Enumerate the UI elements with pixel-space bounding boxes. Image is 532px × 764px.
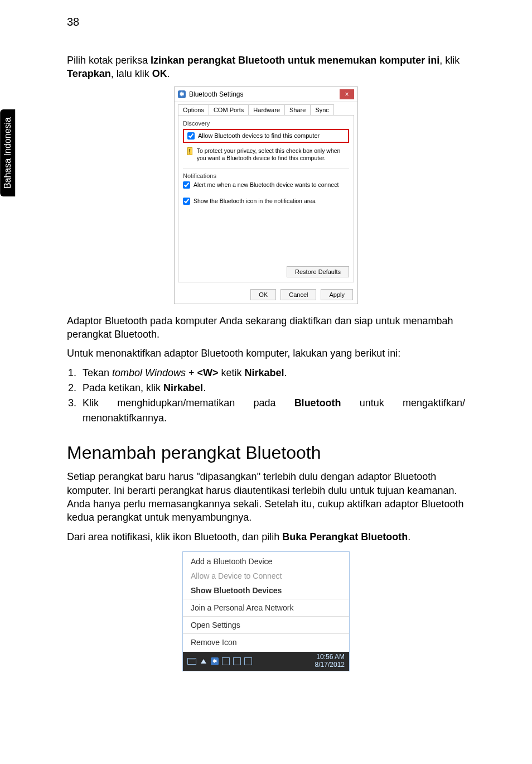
body-paragraph-2: Untuk menonaktifkan adaptor Bluetooth ko…	[67, 347, 465, 360]
allow-devices-highlight: Allow Bluetooth devices to find this com…	[183, 129, 349, 143]
warning-text: To protect your privacy, select this che…	[197, 147, 349, 162]
menu-separator	[183, 616, 349, 617]
text: ketik	[218, 367, 244, 378]
text: .	[203, 382, 206, 393]
allow-devices-label: Allow Bluetooth devices to find this com…	[198, 132, 320, 139]
system-tray: ✱ 10:56 AM 8/17/2012	[183, 652, 349, 671]
close-button[interactable]: ×	[340, 89, 354, 99]
text: Tekan	[83, 367, 112, 378]
menu-item-open-settings[interactable]: Open Settings	[183, 618, 349, 632]
dialog-title: Bluetooth Settings	[189, 90, 243, 98]
text: Pada ketikan, klik	[83, 382, 163, 393]
text: , klik	[439, 55, 460, 66]
dialog-tab-body: Discovery Allow Bluetooth devices to fin…	[178, 115, 354, 282]
text: .	[284, 367, 287, 378]
menu-separator	[183, 633, 349, 634]
menu-item-show-devices[interactable]: Show Bluetooth Devices	[183, 583, 349, 598]
tab-sync[interactable]: Sync	[310, 104, 333, 115]
privacy-warning: ! To protect your privacy, select this c…	[187, 147, 349, 162]
show-icon-label: Show the Bluetooth icon in the notificat…	[194, 198, 316, 204]
text-bold: <W>	[197, 367, 218, 378]
alert-label: Alert me when a new Bluetooth device wan…	[194, 181, 338, 188]
text-italic: tombol Windows	[112, 367, 186, 378]
tab-options[interactable]: Options	[178, 104, 209, 115]
cancel-button[interactable]: Cancel	[280, 289, 316, 300]
body-paragraph-1: Adaptor Bluetooth pada komputer Anda sek…	[67, 314, 465, 342]
steps-list: Tekan tombol Windows + <W> ketik Nirkabe…	[67, 366, 465, 426]
dialog-tabs: Options COM Ports Hardware Share Sync	[175, 102, 357, 115]
tab-com-ports[interactable]: COM Ports	[209, 104, 249, 115]
tray-network-icon[interactable]	[222, 657, 230, 665]
text: , lalu klik	[111, 68, 152, 79]
tray-bluetooth-icon[interactable]: ✱	[211, 657, 219, 665]
text: Dari area notifikasi, klik ikon Bluetoot…	[67, 531, 282, 542]
menu-separator	[183, 599, 349, 599]
text-bold: OK	[152, 68, 167, 79]
list-item: Klik menghidupkan/mematikan pada Bluetoo…	[79, 396, 465, 426]
text-bold: Nirkabel	[244, 367, 284, 378]
tray-battery-icon[interactable]	[233, 657, 241, 665]
menu-item-remove-icon[interactable]: Remove Icon	[183, 635, 349, 650]
context-menu-list: Add a Bluetooth Device Allow a Device to…	[183, 552, 349, 652]
language-side-tab: Bahasa Indonesia	[0, 109, 15, 196]
text-bold: Buka Perangkat Bluetooth	[282, 531, 408, 542]
tray-expand-icon[interactable]	[201, 659, 206, 664]
bluetooth-context-menu: Add a Bluetooth Device Allow a Device to…	[182, 551, 350, 671]
apply-button[interactable]: Apply	[321, 289, 353, 300]
text-bold: Terapkan	[67, 68, 111, 79]
body2-paragraph-2: Dari area notifikasi, klik ikon Bluetoot…	[67, 530, 465, 544]
ok-button[interactable]: OK	[250, 289, 276, 300]
body2-paragraph-1: Setiap perangkat baru harus "dipasangkan…	[67, 470, 465, 524]
menu-item-join-pan[interactable]: Join a Personal Area Network	[183, 600, 349, 615]
tray-date: 8/17/2012	[315, 661, 345, 669]
menu-item-allow-connect: Allow a Device to Connect	[183, 569, 349, 583]
notifications-group-label: Notifications	[183, 172, 349, 179]
list-item: Tekan tombol Windows + <W> ketik Nirkabe…	[79, 366, 465, 381]
warning-icon: !	[187, 147, 192, 155]
menu-item-add-device[interactable]: Add a Bluetooth Device	[183, 554, 349, 569]
notifications-group: Notifications Alert me when a new Blueto…	[183, 169, 349, 189]
text: .	[167, 68, 170, 79]
restore-defaults-button[interactable]: Restore Defaults	[287, 266, 349, 277]
discovery-group-label: Discovery	[183, 120, 349, 127]
text: .	[408, 531, 410, 542]
section-heading: Menambah perangkat Bluetooth	[67, 443, 465, 463]
tray-time: 10:56 AM	[315, 654, 345, 661]
text: Klik menghidupkan/mematikan pada	[83, 397, 294, 409]
text-bold: Izinkan perangkat Bluetooth untuk menemu…	[151, 55, 439, 66]
dialog-footer: OK Cancel Apply	[175, 286, 357, 304]
allow-devices-checkbox[interactable]	[187, 132, 195, 140]
tab-share[interactable]: Share	[284, 104, 311, 115]
intro-paragraph: Pilih kotak periksa Izinkan perangkat Bl…	[67, 54, 465, 81]
bluetooth-icon: ✱	[178, 90, 186, 98]
list-item: Pada ketikan, klik Nirkabel.	[79, 381, 465, 396]
page-number: 38	[67, 16, 79, 28]
show-icon-checkbox[interactable]	[183, 198, 190, 205]
text-bold: Nirkabel	[163, 382, 203, 393]
text: +	[186, 367, 197, 378]
text-bold: Bluetooth	[294, 397, 341, 409]
text: Pilih kotak periksa	[67, 55, 151, 66]
keyboard-icon[interactable]	[187, 658, 196, 665]
alert-checkbox[interactable]	[183, 181, 190, 189]
bluetooth-settings-dialog: ✱ Bluetooth Settings × Options COM Ports…	[174, 87, 358, 304]
dialog-titlebar: ✱ Bluetooth Settings ×	[175, 87, 357, 102]
tab-hardware[interactable]: Hardware	[248, 104, 285, 115]
tray-clock[interactable]: 10:56 AM 8/17/2012	[315, 654, 345, 669]
tray-volume-icon[interactable]	[244, 657, 252, 665]
